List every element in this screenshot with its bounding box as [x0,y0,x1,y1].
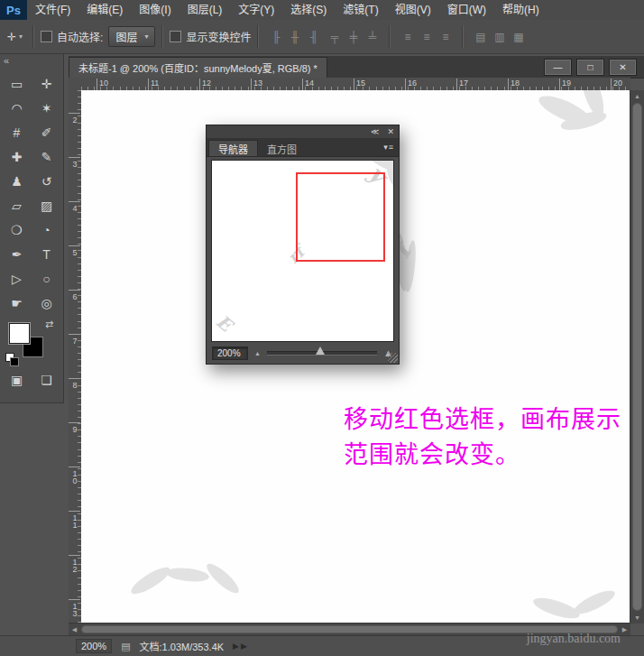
annotation-line-1: 移动红色选框，画布展示 [344,402,621,438]
align-right-icon[interactable]: ╢ [305,29,322,44]
menu-filter[interactable]: 滤镜(T) [335,0,386,20]
align-top-icon[interactable]: ╤ [326,29,343,44]
screen-mode-icon[interactable]: ❏ [32,367,61,392]
maximize-button[interactable]: □ [576,59,604,76]
tool-grid: ▭ ✛ ◠ ✶ # ✐ ✚ ✎ ♟ ↺ ▱ ▨ ❍ ◔ ✒ T ▷ ○ ☛ ◎ [2,71,63,315]
brush-tool-icon[interactable]: ✎ [32,144,61,169]
menu-help[interactable]: 帮助(H) [494,0,547,20]
zoom-slider[interactable] [267,351,377,356]
distribute-top-icon[interactable]: ≡ [399,29,416,44]
type-tool-icon[interactable]: T [32,242,61,266]
ruler-mark: 5 [70,248,79,255]
site-watermark: jingyan.baidu.com [527,632,621,646]
pen-tool-icon[interactable]: ✒ [2,242,32,266]
move-tool-icon: ✛ [7,31,16,43]
dodge-tool-icon[interactable]: ◔ [32,217,61,242]
ruler-mark: 3 [70,160,79,167]
show-transform-checkbox[interactable] [170,31,181,42]
auto-select-target-dropdown[interactable]: 图层 ▾ [108,26,155,47]
align-hcenter-icon[interactable]: ╫ [286,29,303,44]
navigator-view-box[interactable] [296,172,385,262]
layer-dropdown-value: 图层 [115,29,137,44]
foreground-color-swatch[interactable] [9,323,30,344]
move-tool-icon[interactable]: ✛ [32,71,61,96]
chevron-down-icon: ▾ [144,32,148,41]
magic-wand-tool-icon[interactable]: ✶ [32,96,61,120]
navigator-titlebar[interactable]: ≪ ✕ [207,125,399,139]
distribute-right-icon[interactable]: ▦ [510,29,527,44]
zoom-out-icon[interactable]: ▲ [254,350,261,356]
eraser-tool-icon[interactable]: ▱ [2,193,32,217]
annotation-text: 移动红色选框，画布展示 范围就会改变。 [344,402,621,473]
status-zoom-field[interactable]: 200% [76,639,112,653]
minimize-button[interactable]: — [544,59,572,76]
menu-image[interactable]: 图像(I) [131,0,179,20]
close-button[interactable]: ✕ [609,59,637,76]
menu-edit[interactable]: 编辑(E) [78,0,131,20]
ruler-mark: 13 [253,79,262,88]
color-swatches: ⇄ [9,320,58,364]
canvas[interactable]: f 移动红色选框，画布展示 范围就会改变。 ≪ ✕ 导航器 直 [81,90,630,624]
align-vcenter-icon[interactable]: ╪ [345,29,362,44]
align-bottom-icon[interactable]: ╧ [363,29,381,44]
rect-marquee-tool-icon[interactable]: ▭ [2,71,32,96]
gradient-tool-icon[interactable]: ▨ [32,193,61,217]
ruler-mark: 11 [70,513,79,528]
panel-resize-grip[interactable] [388,353,398,363]
menu-type[interactable]: 文字(Y) [230,0,282,20]
panel-menu-icon[interactable]: ▾≡ [383,143,394,152]
collapse-panel-icon[interactable]: ≪ [371,125,379,138]
shape-tool-icon[interactable]: ○ [32,266,61,291]
menu-window[interactable]: 窗口(W) [439,0,494,20]
toolbar-extra: ▣ ❏ [2,367,63,392]
blur-tool-icon[interactable]: ❍ [2,217,32,242]
crop-tool-icon[interactable]: # [2,120,32,144]
align-left-icon[interactable]: ╟ [267,29,284,44]
hand-tool-icon[interactable]: ☛ [2,291,32,315]
auto-select-checkbox[interactable] [41,31,52,42]
tool-preset-picker[interactable]: ✛ ▾ [0,31,26,43]
path-select-tool-icon[interactable]: ▷ [2,266,32,291]
ps-logo: Ps [0,0,27,20]
scroll-left-icon[interactable]: ◀ [69,624,80,635]
distribute-vcenter-icon[interactable]: ≡ [418,29,435,44]
menu-file[interactable]: 文件(F) [27,0,78,20]
menu-view[interactable]: 视图(V) [387,0,439,20]
scroll-down-icon[interactable]: ▼ [630,612,644,624]
navigator-zoom-field[interactable]: 200% [212,346,248,360]
distribute-hcenter-icon[interactable]: ▥ [491,29,508,44]
lasso-tool-icon[interactable]: ◠ [2,96,32,120]
separator [462,25,464,49]
menu-layer[interactable]: 图层(L) [179,0,231,20]
canvas-watermark-shape [532,588,630,624]
healing-brush-tool-icon[interactable]: ✚ [2,144,32,169]
close-panel-icon[interactable]: ✕ [387,125,394,138]
ruler-mark: 6 [70,292,79,300]
vertical-scrollbar-thumb[interactable] [632,103,642,611]
navigator-titlebar-icons: ≪ ✕ [371,125,394,138]
align-edges-group: ╟ ╫ ╢ [267,29,322,44]
toolbar-collapse-button[interactable]: « [0,54,63,69]
menu-select[interactable]: 选择(S) [282,0,335,20]
eyedropper-tool-icon[interactable]: ✐ [32,120,61,144]
navigator-panel[interactable]: ≪ ✕ 导航器 直方图 ▾≡ y rf E 200% ▲ [206,125,400,365]
distribute-left-icon[interactable]: ▤ [472,29,489,44]
navigator-preview[interactable]: y rf E [211,160,394,342]
scroll-up-icon[interactable]: ▲ [630,90,644,102]
distribute-bottom-icon[interactable]: ≡ [437,29,454,44]
history-brush-tool-icon[interactable]: ↺ [32,169,61,193]
ruler-mark: 2 [70,115,79,123]
tab-navigator[interactable]: 导航器 [208,140,258,156]
zoom-slider-thumb[interactable] [316,346,325,355]
quick-mask-icon[interactable]: ▣ [2,367,32,392]
document-tab[interactable]: 未标题-1 @ 200% (百度ID：sunnyMelody夏, RGB/8) … [69,57,327,78]
status-menu-arrow-icon[interactable]: ▶▶ [233,642,249,651]
swap-colors-icon[interactable]: ⇄ [45,319,53,330]
vertical-scrollbar[interactable]: ▲ ▼ [630,90,644,624]
tab-histogram[interactable]: 直方图 [258,141,306,156]
clone-stamp-tool-icon[interactable]: ♟ [2,169,32,193]
canvas-watermark-shape [128,559,245,605]
zoom-tool-icon[interactable]: ◎ [32,291,61,315]
ruler-mark: 12 [202,79,211,88]
ruler-mark: 13 [70,602,79,616]
